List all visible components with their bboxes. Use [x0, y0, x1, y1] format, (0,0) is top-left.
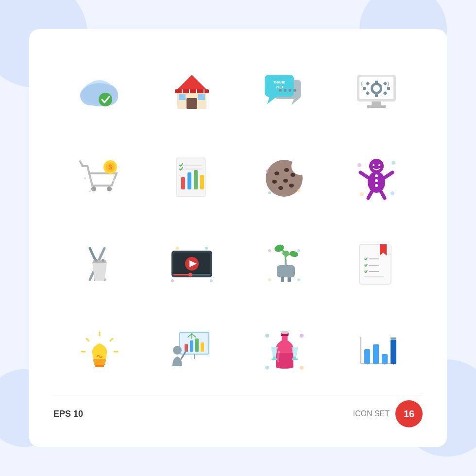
- svg-rect-151: [281, 331, 288, 334]
- icon-cell-cloud-check: [53, 49, 146, 135]
- icon-cell-eco-plug: [238, 222, 330, 308]
- shopping-cart-dollar-icon: $: [73, 152, 126, 205]
- svg-point-76: [369, 159, 384, 173]
- svg-point-106: [297, 278, 300, 281]
- svg-point-75: [391, 191, 394, 195]
- svg-rect-148: [272, 358, 277, 360]
- icon-cell-sticks-cup: [53, 222, 146, 308]
- svg-rect-136: [201, 342, 204, 352]
- svg-point-103: [268, 249, 271, 252]
- svg-point-142: [300, 334, 304, 338]
- svg-line-79: [385, 172, 392, 177]
- svg-line-124: [110, 339, 113, 341]
- svg-rect-37: [387, 87, 390, 90]
- svg-point-65: [283, 179, 288, 183]
- chat-thank-you-icon: THANK YOU: [257, 65, 311, 119]
- icon-cell-settings: { }: [330, 49, 423, 135]
- svg-point-63: [284, 168, 289, 172]
- svg-point-95: [205, 247, 208, 250]
- svg-point-82: [373, 164, 374, 166]
- svg-rect-101: [173, 274, 190, 275]
- bottle-glasses-icon: [257, 325, 311, 378]
- svg-text:$: $: [108, 163, 112, 171]
- bar-chart-icon: [350, 325, 403, 378]
- settings-monitor-icon: { }: [350, 65, 403, 119]
- icon-cell-store: [146, 49, 238, 135]
- svg-rect-155: [373, 344, 379, 364]
- svg-rect-135: [195, 339, 199, 352]
- svg-rect-109: [277, 265, 295, 277]
- icon-cell-gingerbread: [330, 135, 423, 221]
- svg-rect-154: [364, 349, 370, 364]
- svg-text:YOU: YOU: [275, 85, 283, 89]
- report-chart-icon: [165, 152, 219, 205]
- svg-point-102: [188, 272, 192, 276]
- svg-point-46: [107, 187, 112, 191]
- icon-cell-bottle-glasses: [238, 308, 330, 395]
- svg-rect-156: [382, 354, 388, 364]
- presentation-person-icon: [165, 325, 219, 378]
- svg-point-7: [99, 93, 112, 106]
- svg-point-104: [297, 249, 300, 252]
- svg-point-105: [268, 278, 271, 281]
- gingerbread-man-icon: [350, 152, 403, 205]
- svg-point-112: [289, 250, 299, 258]
- svg-point-50: [84, 177, 86, 179]
- eps-label: EPS 10: [53, 409, 83, 419]
- icon-cell-bulb: [53, 308, 146, 395]
- svg-rect-10: [187, 98, 197, 109]
- svg-marker-9: [175, 75, 209, 92]
- icon-count-badge: 16: [395, 400, 423, 427]
- svg-rect-147: [273, 357, 276, 358]
- video-player-icon: [165, 238, 219, 292]
- svg-point-24: [279, 89, 282, 92]
- svg-point-68: [290, 173, 295, 177]
- icon-cell-chat: THANK YOU: [238, 49, 330, 135]
- svg-point-51: [113, 180, 115, 182]
- svg-rect-34: [375, 81, 378, 84]
- svg-rect-150: [292, 358, 298, 360]
- icon-cell-video: [146, 222, 238, 308]
- svg-rect-128: [93, 359, 106, 362]
- svg-rect-35: [375, 94, 378, 97]
- svg-point-69: [266, 170, 269, 172]
- svg-rect-56: [194, 170, 198, 189]
- svg-rect-149: [293, 357, 296, 358]
- svg-point-83: [378, 164, 380, 166]
- store-icon: [165, 65, 219, 119]
- svg-rect-11: [179, 94, 186, 100]
- cookie-icon: [257, 152, 311, 205]
- svg-point-74: [360, 192, 364, 196]
- svg-point-67: [289, 184, 294, 187]
- svg-rect-134: [190, 340, 193, 352]
- svg-point-90: [95, 259, 98, 262]
- svg-point-26: [289, 89, 291, 92]
- svg-rect-30: [372, 102, 381, 105]
- icon-set-label: ICON SET: [353, 409, 390, 418]
- main-card: THANK YOU: [29, 29, 447, 447]
- svg-rect-130: [95, 365, 104, 367]
- svg-marker-19: [291, 99, 299, 105]
- svg-rect-57: [200, 175, 204, 189]
- svg-text:THANK: THANK: [273, 81, 286, 84]
- card-footer: EPS 10 ICON SET 16: [53, 395, 423, 427]
- icon-grid: THANK YOU: [53, 49, 423, 395]
- svg-point-94: [176, 247, 179, 250]
- svg-point-64: [272, 180, 277, 184]
- svg-point-97: [210, 279, 213, 282]
- svg-point-62: [274, 171, 279, 175]
- svg-point-71: [297, 189, 300, 192]
- svg-line-81: [380, 190, 385, 198]
- svg-point-85: [375, 179, 378, 182]
- svg-point-144: [300, 366, 304, 370]
- icon-cell-cart: $: [53, 135, 146, 221]
- svg-point-91: [102, 259, 104, 262]
- svg-point-143: [265, 366, 269, 370]
- svg-rect-31: [367, 105, 386, 108]
- icon-cell-presentation: [146, 308, 238, 395]
- svg-rect-146: [276, 353, 293, 368]
- svg-line-44: [80, 161, 83, 166]
- svg-point-70: [268, 191, 271, 194]
- svg-point-96: [171, 279, 174, 282]
- svg-point-27: [293, 89, 296, 92]
